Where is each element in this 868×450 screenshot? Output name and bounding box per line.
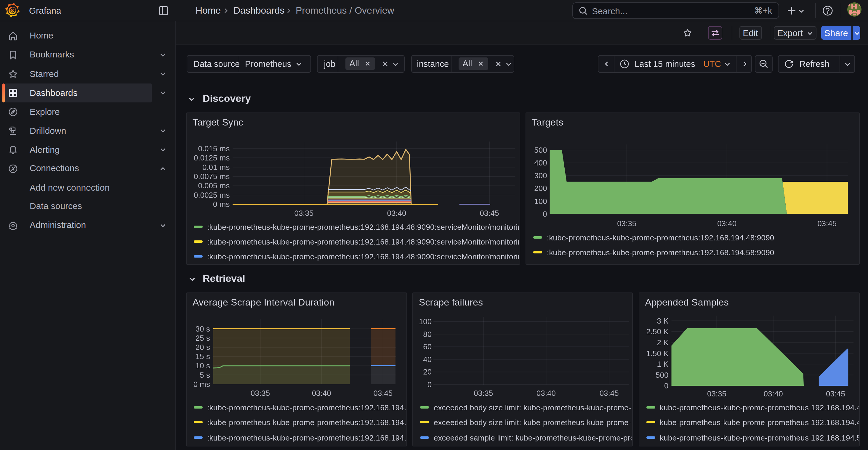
svg-text:100: 100 (419, 317, 432, 326)
svg-text:03:40: 03:40 (764, 389, 783, 398)
svg-text:0 ms: 0 ms (213, 199, 229, 208)
svg-text:60: 60 (423, 342, 432, 351)
svg-text:0: 0 (664, 381, 668, 390)
svg-text:03:45: 03:45 (826, 389, 845, 398)
svg-text:10 s: 10 s (195, 361, 210, 370)
svg-text:1.50 K: 1.50 K (646, 349, 669, 358)
svg-text:500: 500 (534, 146, 547, 154)
svg-text:200: 200 (534, 184, 547, 192)
svg-text:03:35: 03:35 (617, 219, 636, 228)
svg-text:3 K: 3 K (657, 317, 669, 325)
svg-text:2.50 K: 2.50 K (646, 327, 669, 336)
svg-text:0.0025 ms: 0.0025 ms (194, 190, 229, 199)
svg-text:20 s: 20 s (195, 343, 210, 352)
svg-text:03:35: 03:35 (294, 208, 313, 217)
svg-text:25 s: 25 s (195, 334, 210, 343)
svg-text:03:40: 03:40 (312, 389, 331, 397)
svg-text:2 K: 2 K (657, 338, 669, 347)
svg-text:03:35: 03:35 (707, 389, 726, 398)
svg-text:500: 500 (656, 371, 668, 380)
svg-text:5 s: 5 s (200, 371, 210, 380)
svg-text:03:45: 03:45 (817, 219, 836, 228)
svg-text:03:45: 03:45 (599, 389, 619, 397)
svg-text:0.015 ms: 0.015 ms (198, 144, 229, 153)
svg-text:1 K: 1 K (657, 360, 669, 368)
svg-text:15 s: 15 s (195, 352, 210, 361)
svg-text:03:35: 03:35 (251, 389, 270, 397)
svg-text:0.01 ms: 0.01 ms (202, 163, 230, 171)
svg-text:20: 20 (423, 367, 432, 376)
svg-text:03:40: 03:40 (536, 389, 556, 397)
svg-text:0.005 ms: 0.005 ms (198, 181, 229, 190)
svg-text:0.0125 ms: 0.0125 ms (194, 153, 229, 162)
svg-text:0: 0 (543, 209, 547, 218)
svg-text:100: 100 (534, 197, 547, 205)
svg-text:400: 400 (534, 158, 547, 167)
svg-text:0 ms: 0 ms (193, 380, 210, 389)
svg-text:03:40: 03:40 (717, 219, 736, 228)
svg-text:0.0075 ms: 0.0075 ms (194, 172, 229, 181)
svg-text:30 s: 30 s (195, 324, 210, 333)
svg-text:03:45: 03:45 (479, 208, 499, 217)
svg-text:0: 0 (428, 380, 432, 389)
svg-text:03:35: 03:35 (474, 389, 493, 397)
svg-text:03:40: 03:40 (387, 208, 406, 217)
svg-text:40: 40 (423, 355, 432, 364)
svg-text:03:45: 03:45 (373, 389, 393, 397)
svg-text:80: 80 (423, 330, 432, 339)
svg-text:300: 300 (534, 171, 547, 180)
